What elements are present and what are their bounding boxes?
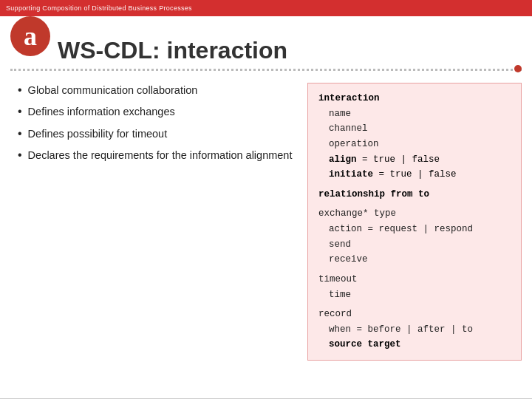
list-item: Defines information exchanges <box>18 104 293 120</box>
code-block: interaction name channel operation align… <box>307 83 522 361</box>
code-line: initiate = true | false <box>318 167 511 183</box>
list-item: Defines possibility for timeout <box>18 126 293 142</box>
left-panel: Global communication collaboration Defin… <box>10 83 293 361</box>
list-item: Global communication collaboration <box>18 83 293 98</box>
code-line: source target <box>318 337 511 352</box>
code-line: interaction <box>318 91 511 106</box>
page-title: WS-CDL: interaction <box>58 37 522 64</box>
bullet-list: Global communication collaboration Defin… <box>18 83 293 164</box>
code-line: operation <box>318 137 511 152</box>
logo-letter: a <box>24 23 37 50</box>
code-line: record <box>318 307 511 322</box>
code-line: channel <box>318 121 511 137</box>
divider-line <box>10 69 522 71</box>
code-line: timeout <box>318 272 511 287</box>
content-area: Global communication collaboration Defin… <box>0 83 532 361</box>
code-line: send <box>318 237 511 253</box>
code-line: relationship from to <box>318 187 511 202</box>
code-line: receive <box>318 252 511 267</box>
bullet-text: Defines possibility for timeout <box>28 126 168 141</box>
logo-circle: a <box>10 16 50 56</box>
top-bar: Supporting Composition of Distributed Bu… <box>0 0 532 16</box>
code-line: action = request | respond <box>318 222 511 237</box>
bullet-text: Declares the requirements for the inform… <box>28 148 293 163</box>
header-section: WS-CDL: interaction <box>0 16 532 69</box>
code-line: time <box>318 287 511 303</box>
bullet-text: Global communication collaboration <box>28 83 198 98</box>
divider-wrapper <box>10 69 522 71</box>
code-line: exchange* type <box>318 206 511 222</box>
bullet-text: Defines information exchanges <box>28 104 175 119</box>
top-bar-text: Supporting Composition of Distributed Bu… <box>6 4 192 12</box>
code-line: when = before | after | to <box>318 322 511 338</box>
code-line: align = true | false <box>318 152 511 168</box>
code-line: name <box>318 106 511 122</box>
list-item: Declares the requirements for the inform… <box>18 148 293 163</box>
